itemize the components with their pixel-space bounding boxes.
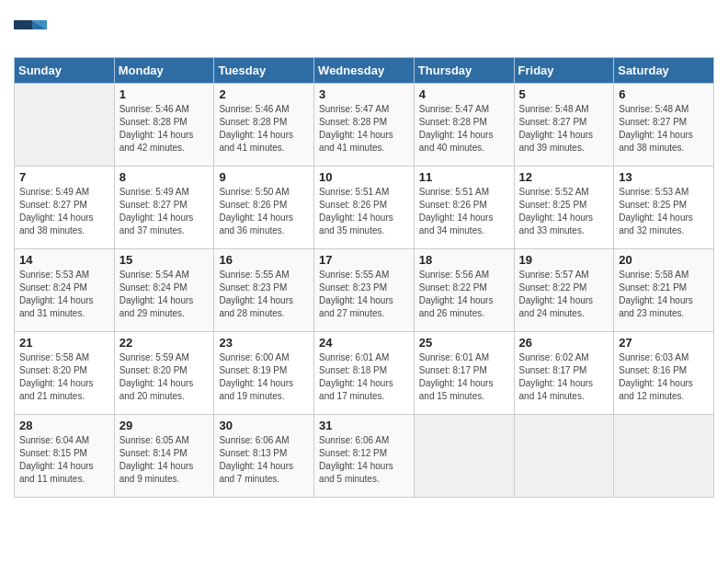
cell-content: Sunrise: 5:55 AMSunset: 8:23 PMDaylight:…	[219, 269, 309, 320]
calendar-cell: 24Sunrise: 6:01 AMSunset: 8:18 PMDayligh…	[314, 332, 415, 415]
calendar-cell: 13Sunrise: 5:53 AMSunset: 8:25 PMDayligh…	[614, 167, 714, 249]
day-number: 4	[419, 87, 509, 101]
day-header-monday: Monday	[114, 58, 214, 84]
calendar-cell: 17Sunrise: 5:55 AMSunset: 8:23 PMDayligh…	[314, 249, 415, 332]
cell-content: Sunrise: 5:52 AMSunset: 8:25 PMDaylight:…	[519, 186, 609, 237]
calendar-cell	[614, 415, 714, 498]
day-header-friday: Friday	[514, 58, 614, 84]
cell-content: Sunrise: 5:53 AMSunset: 8:24 PMDaylight:…	[19, 269, 109, 320]
calendar-cell: 18Sunrise: 5:56 AMSunset: 8:22 PMDayligh…	[414, 249, 514, 332]
cell-content: Sunrise: 5:49 AMSunset: 8:27 PMDaylight:…	[19, 186, 109, 237]
day-number: 2	[219, 87, 309, 101]
calendar-week-1: 1Sunrise: 5:46 AMSunset: 8:28 PMDaylight…	[15, 84, 714, 167]
day-number: 16	[219, 253, 309, 267]
calendar-cell: 26Sunrise: 6:02 AMSunset: 8:17 PMDayligh…	[514, 332, 614, 415]
cell-content: Sunrise: 5:47 AMSunset: 8:28 PMDaylight:…	[319, 103, 409, 155]
day-number: 9	[219, 170, 309, 184]
calendar-cell: 10Sunrise: 5:51 AMSunset: 8:26 PMDayligh…	[314, 167, 415, 249]
cell-content: Sunrise: 5:55 AMSunset: 8:23 PMDaylight:…	[319, 269, 409, 320]
cell-content: Sunrise: 5:47 AMSunset: 8:28 PMDaylight:…	[419, 103, 509, 155]
cell-content: Sunrise: 5:51 AMSunset: 8:26 PMDaylight:…	[319, 186, 409, 237]
page-header	[14, 9, 714, 50]
day-number: 24	[319, 336, 409, 350]
calendar-cell: 21Sunrise: 5:58 AMSunset: 8:20 PMDayligh…	[15, 332, 115, 415]
cell-content: Sunrise: 5:54 AMSunset: 8:24 PMDaylight:…	[119, 269, 210, 320]
calendar-cell: 23Sunrise: 6:00 AMSunset: 8:19 PMDayligh…	[214, 332, 314, 415]
calendar-cell: 1Sunrise: 5:46 AMSunset: 8:28 PMDaylight…	[114, 84, 214, 167]
day-number: 15	[119, 253, 210, 267]
day-number: 7	[19, 170, 109, 184]
cell-content: Sunrise: 6:06 AMSunset: 8:12 PMDaylight:…	[319, 434, 409, 486]
logo-icon	[14, 17, 47, 50]
day-number: 17	[319, 253, 409, 267]
cell-content: Sunrise: 6:01 AMSunset: 8:18 PMDaylight:…	[319, 351, 409, 403]
day-number: 3	[319, 87, 409, 101]
calendar-cell: 29Sunrise: 6:05 AMSunset: 8:14 PMDayligh…	[114, 415, 214, 498]
cell-content: Sunrise: 5:46 AMSunset: 8:28 PMDaylight:…	[119, 103, 210, 155]
calendar-cell: 8Sunrise: 5:49 AMSunset: 8:27 PMDaylight…	[114, 167, 214, 249]
day-number: 28	[19, 419, 109, 432]
day-number: 29	[119, 419, 210, 432]
cell-content: Sunrise: 5:58 AMSunset: 8:20 PMDaylight:…	[19, 351, 109, 403]
day-header-saturday: Saturday	[614, 58, 714, 84]
calendar-cell: 28Sunrise: 6:04 AMSunset: 8:15 PMDayligh…	[15, 415, 115, 498]
cell-content: Sunrise: 6:02 AMSunset: 8:17 PMDaylight:…	[519, 351, 609, 403]
day-header-thursday: Thursday	[414, 58, 514, 84]
calendar-cell: 27Sunrise: 6:03 AMSunset: 8:16 PMDayligh…	[614, 332, 714, 415]
cell-content: Sunrise: 6:05 AMSunset: 8:14 PMDaylight:…	[119, 434, 210, 486]
day-number: 30	[219, 419, 309, 432]
day-number: 25	[419, 336, 509, 350]
cell-content: Sunrise: 5:56 AMSunset: 8:22 PMDaylight:…	[419, 269, 509, 320]
cell-content: Sunrise: 5:50 AMSunset: 8:26 PMDaylight:…	[219, 186, 309, 237]
calendar-cell: 20Sunrise: 5:58 AMSunset: 8:21 PMDayligh…	[614, 249, 714, 332]
day-number: 20	[619, 253, 709, 267]
day-number: 23	[219, 336, 309, 350]
cell-content: Sunrise: 6:00 AMSunset: 8:19 PMDaylight:…	[219, 351, 309, 403]
day-number: 8	[119, 170, 210, 184]
day-number: 21	[19, 336, 109, 350]
cell-content: Sunrise: 5:49 AMSunset: 8:27 PMDaylight:…	[119, 186, 210, 237]
calendar-cell: 31Sunrise: 6:06 AMSunset: 8:12 PMDayligh…	[314, 415, 415, 498]
day-number: 31	[319, 419, 409, 432]
day-number: 18	[419, 253, 509, 267]
calendar-cell: 30Sunrise: 6:06 AMSunset: 8:13 PMDayligh…	[214, 415, 314, 498]
calendar-cell: 2Sunrise: 5:46 AMSunset: 8:28 PMDaylight…	[214, 84, 314, 167]
cell-content: Sunrise: 5:48 AMSunset: 8:27 PMDaylight:…	[619, 103, 709, 155]
cell-content: Sunrise: 5:46 AMSunset: 8:28 PMDaylight:…	[219, 103, 309, 155]
calendar-cell: 5Sunrise: 5:48 AMSunset: 8:27 PMDaylight…	[514, 84, 614, 167]
header-row: SundayMondayTuesdayWednesdayThursdayFrid…	[15, 58, 714, 84]
day-header-wednesday: Wednesday	[314, 58, 415, 84]
cell-content: Sunrise: 6:04 AMSunset: 8:15 PMDaylight:…	[19, 434, 109, 486]
cell-content: Sunrise: 5:53 AMSunset: 8:25 PMDaylight:…	[619, 186, 709, 237]
calendar-cell: 15Sunrise: 5:54 AMSunset: 8:24 PMDayligh…	[114, 249, 214, 332]
cell-content: Sunrise: 6:01 AMSunset: 8:17 PMDaylight:…	[419, 351, 509, 403]
cell-content: Sunrise: 5:58 AMSunset: 8:21 PMDaylight:…	[619, 269, 709, 320]
svg-rect-3	[14, 20, 32, 29]
day-number: 6	[619, 87, 709, 101]
calendar-cell	[414, 415, 514, 498]
day-number: 5	[519, 87, 609, 101]
day-number: 13	[619, 170, 709, 184]
calendar-cell	[15, 84, 115, 167]
day-number: 1	[119, 87, 210, 101]
day-number: 10	[319, 170, 409, 184]
calendar-cell: 7Sunrise: 5:49 AMSunset: 8:27 PMDaylight…	[15, 167, 115, 249]
day-number: 19	[519, 253, 609, 267]
day-number: 12	[519, 170, 609, 184]
cell-content: Sunrise: 5:51 AMSunset: 8:26 PMDaylight:…	[419, 186, 509, 237]
calendar-table: SundayMondayTuesdayWednesdayThursdayFrid…	[14, 57, 714, 498]
calendar-week-4: 21Sunrise: 5:58 AMSunset: 8:20 PMDayligh…	[15, 332, 714, 415]
cell-content: Sunrise: 5:57 AMSunset: 8:22 PMDaylight:…	[519, 269, 609, 320]
day-number: 26	[519, 336, 609, 350]
cell-content: Sunrise: 5:48 AMSunset: 8:27 PMDaylight:…	[519, 103, 609, 155]
calendar-cell: 16Sunrise: 5:55 AMSunset: 8:23 PMDayligh…	[214, 249, 314, 332]
calendar-week-2: 7Sunrise: 5:49 AMSunset: 8:27 PMDaylight…	[15, 167, 714, 249]
calendar-cell: 12Sunrise: 5:52 AMSunset: 8:25 PMDayligh…	[514, 167, 614, 249]
calendar-cell: 3Sunrise: 5:47 AMSunset: 8:28 PMDaylight…	[314, 84, 415, 167]
calendar-cell: 22Sunrise: 5:59 AMSunset: 8:20 PMDayligh…	[114, 332, 214, 415]
calendar-cell: 19Sunrise: 5:57 AMSunset: 8:22 PMDayligh…	[514, 249, 614, 332]
day-number: 22	[119, 336, 210, 350]
day-header-tuesday: Tuesday	[214, 58, 314, 84]
day-number: 11	[419, 170, 509, 184]
calendar-cell: 4Sunrise: 5:47 AMSunset: 8:28 PMDaylight…	[414, 84, 514, 167]
